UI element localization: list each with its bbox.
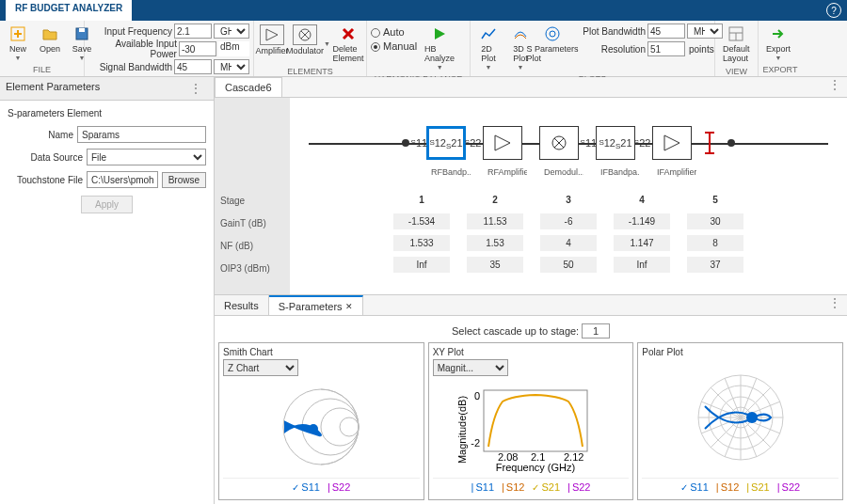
sparam-plot-button[interactable]: S Parameters Plot	[538, 23, 567, 65]
svg-point-12	[546, 27, 559, 40]
export-button[interactable]: Export▼	[762, 23, 794, 63]
toolstrip: New▼ Open Save▼ FILE Input FrequencyGHz …	[0, 21, 847, 77]
bw-unit-select[interactable]: MHz	[214, 59, 249, 74]
node-rfamplifier[interactable]	[483, 126, 522, 160]
hb-analyze-button[interactable]: HB Analyze▼	[421, 23, 458, 72]
element-parameters-panel: Element Parameters⋮ S-parameters Element…	[0, 77, 215, 504]
modulator-button[interactable]: Modulator	[290, 23, 320, 57]
panel-menu-icon[interactable]: ⋮	[184, 81, 208, 96]
legend-s11[interactable]: ✓S11	[292, 481, 320, 493]
chain-terminator	[709, 132, 711, 154]
xy-type-select[interactable]: Magnit...	[433, 359, 508, 376]
tab-results[interactable]: Results	[215, 295, 269, 315]
legend-polar-s22[interactable]: |S22	[777, 481, 800, 493]
smith-type-select[interactable]: Z Chart	[223, 359, 298, 376]
svg-text:Frequency (GHz): Frequency (GHz)	[496, 462, 575, 473]
legend-polar-s12[interactable]: |S12	[716, 481, 739, 493]
resolution-field[interactable]	[647, 41, 685, 56]
legend-xy-s21[interactable]: ✓S21	[532, 481, 560, 493]
panel-title: Element Parameters	[6, 81, 100, 96]
new-button[interactable]: New▼	[4, 23, 32, 63]
plot-2d-button[interactable]: 2D Plot▼	[474, 23, 503, 72]
auto-radio[interactable]: Auto	[371, 26, 417, 38]
app-title-tab: RF BUDGET ANALYZER	[6, 0, 132, 21]
open-button[interactable]: Open	[36, 23, 64, 55]
svg-point-47	[746, 412, 758, 423]
close-icon[interactable]: ✕	[345, 302, 353, 311]
data-source-select[interactable]: File	[87, 149, 206, 165]
svg-marker-11	[435, 28, 445, 39]
legend-xy-s11[interactable]: |S11	[471, 481, 494, 493]
svg-text:0: 0	[474, 390, 480, 402]
node-ifbandpass[interactable]: S11 S12S21 S22	[596, 126, 635, 160]
svg-point-13	[550, 31, 555, 37]
manual-radio[interactable]: Manual	[371, 40, 417, 52]
svg-point-26	[309, 424, 318, 433]
node-rfbandpass[interactable]: S11 S12S21 S22	[426, 126, 466, 160]
name-field[interactable]	[77, 126, 206, 143]
plot-bandwidth-field[interactable]	[647, 24, 685, 39]
help-icon[interactable]: ?	[826, 3, 841, 18]
chain-start	[402, 139, 409, 147]
legend-polar-s11[interactable]: ✓S11	[680, 481, 709, 493]
input-frequency-field[interactable]	[174, 24, 212, 39]
node-ifamplifier[interactable]	[652, 126, 692, 160]
signal-bandwidth-field[interactable]	[174, 59, 212, 74]
delete-element-button[interactable]: Delete Element	[334, 23, 362, 65]
titlebar: RF BUDGET ANALYZER ?	[0, 0, 847, 21]
tab-cascade[interactable]: Cascade6	[215, 77, 282, 97]
svg-marker-21	[664, 135, 679, 150]
smith-chart[interactable]	[264, 380, 377, 474]
amplifier-button[interactable]: Amplifier	[258, 23, 286, 57]
browse-button[interactable]: Browse	[162, 172, 206, 188]
svg-text:Magnitude(dB): Magnitude(dB)	[456, 395, 468, 463]
default-layout-button[interactable]: Default Layout	[719, 23, 754, 65]
results-menu-icon[interactable]: ⋮	[823, 295, 847, 315]
chain-end	[727, 139, 735, 147]
svg-rect-28	[484, 390, 587, 451]
input-power-field[interactable]	[179, 41, 216, 56]
file-group-label: FILE	[4, 63, 80, 74]
xy-plot-panel: XY Plot Magnit... Magnitude(dB) 0 -2 2.0…	[428, 342, 634, 500]
legend-xy-s22[interactable]: |S22	[567, 481, 590, 493]
legend-polar-s21[interactable]: |S21	[746, 481, 769, 493]
legend-s22[interactable]: |S22	[328, 481, 350, 493]
xy-chart[interactable]: Magnitude(dB) 0 -2 2.08 2.1 2.12 Frequen…	[460, 383, 601, 472]
tab-sparameters[interactable]: S-Parameters✕	[269, 295, 363, 315]
polar-plot-panel: Polar Plot ✓S11 |S12 |S21 |S	[637, 342, 843, 500]
svg-marker-17	[495, 135, 510, 150]
cascade-stage-input[interactable]	[582, 323, 610, 339]
apply-button[interactable]: Apply	[81, 196, 133, 213]
cascade-menu-icon[interactable]: ⋮	[823, 77, 847, 97]
cascade-chain: S11 S12S21 S22 S11 S12S21 S22	[299, 126, 838, 160]
smith-chart-panel: Smith Chart Z Chart ✓S11|S22	[218, 342, 424, 500]
freq-unit-select[interactable]: GHz	[214, 24, 249, 39]
touchstone-file-field[interactable]	[87, 171, 158, 188]
legend-xy-s12[interactable]: |S12	[502, 481, 524, 493]
svg-text:-2: -2	[471, 437, 480, 449]
stage-labels: Stage GainT (dB) NF (dB) OIP3 (dBm)	[215, 98, 290, 294]
polar-chart[interactable]	[675, 366, 807, 469]
node-demodulator[interactable]	[539, 126, 579, 160]
svg-marker-5	[266, 29, 278, 40]
stage-data-grid: 12345 -1.53411.53-6-1.14930 1.5331.5341.…	[299, 192, 838, 273]
svg-point-24	[340, 417, 359, 436]
